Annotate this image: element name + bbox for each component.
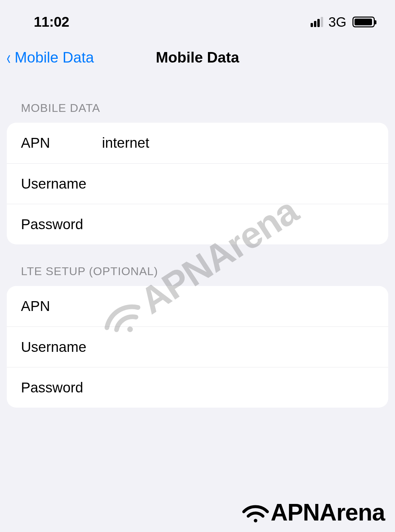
- section-header: MOBILE DATA: [7, 101, 388, 123]
- watermark-text: APNArena: [271, 499, 385, 526]
- username-input[interactable]: [102, 176, 374, 192]
- group-lte-setup: APN Username Password: [7, 286, 388, 408]
- back-label: Mobile Data: [15, 49, 94, 66]
- nav-bar: ‹ Mobile Data Mobile Data: [0, 37, 395, 78]
- username-input[interactable]: [102, 339, 374, 355]
- row-label: Password: [21, 216, 102, 233]
- chevron-left-icon: ‹: [7, 48, 11, 67]
- row-username[interactable]: Username: [7, 163, 388, 204]
- row-label: Password: [21, 380, 102, 396]
- page-title: Mobile Data: [156, 49, 239, 66]
- back-button[interactable]: ‹ Mobile Data: [5, 48, 94, 67]
- row-apn[interactable]: APN: [7, 286, 388, 327]
- row-label: APN: [21, 298, 102, 314]
- status-right: 3G: [311, 15, 375, 30]
- battery-icon: [352, 17, 375, 27]
- row-label: APN: [21, 135, 102, 151]
- signal-icon: [311, 17, 323, 27]
- svg-point-1: [254, 519, 258, 523]
- watermark-bottom: APNArena: [240, 499, 385, 526]
- row-label: Username: [21, 339, 102, 355]
- apn-input[interactable]: [102, 298, 374, 314]
- row-apn[interactable]: APN: [7, 123, 388, 163]
- wifi-icon: [240, 500, 271, 525]
- status-bar: 11:02 3G: [0, 0, 395, 37]
- network-label: 3G: [328, 15, 346, 30]
- row-password[interactable]: Password: [7, 204, 388, 244]
- section-mobile-data: MOBILE DATA APN Username Password: [0, 101, 395, 244]
- row-label: Username: [21, 176, 102, 192]
- password-input[interactable]: [102, 380, 374, 396]
- section-lte-setup: LTE SETUP (OPTIONAL) APN Username Passwo…: [0, 265, 395, 408]
- password-input[interactable]: [102, 216, 374, 233]
- group-mobile-data: APN Username Password: [7, 123, 388, 244]
- row-password[interactable]: Password: [7, 367, 388, 408]
- row-username[interactable]: Username: [7, 327, 388, 367]
- apn-input[interactable]: [102, 135, 374, 151]
- section-header: LTE SETUP (OPTIONAL): [7, 265, 388, 286]
- status-time: 11:02: [34, 14, 69, 30]
